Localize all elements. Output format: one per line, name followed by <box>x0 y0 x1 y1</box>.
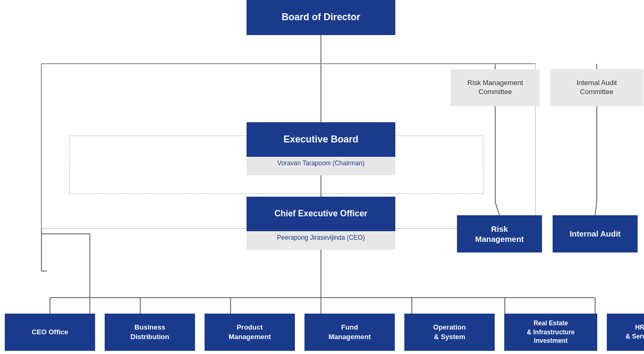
risk-mgmt-box: RiskManagement <box>457 215 542 252</box>
board-of-director-box: Board of Director <box>247 0 395 35</box>
business-distribution-box: BusinessDistribution <box>105 314 195 351</box>
ceo-sublabel: Peerapong Jirasevijinda (CEO) <box>247 231 395 250</box>
svg-line-21 <box>495 202 499 215</box>
internal-audit-committee-label: Internal AuditCommittee <box>577 79 617 97</box>
svg-line-19 <box>595 202 597 215</box>
product-management-label: ProductManagement <box>228 323 270 342</box>
internal-audit-label: Internal Audit <box>570 229 621 239</box>
bottom-row: CEO Office BusinessDistribution ProductM… <box>5 314 644 351</box>
operation-system-box: Operation& System <box>404 314 495 351</box>
hr-strategy-box: HR Strategy& Service Support <box>607 314 644 351</box>
ceo-label: Chief Executive Officer <box>247 197 395 231</box>
connector-lines <box>0 0 644 354</box>
business-distribution-label: BusinessDistribution <box>131 323 170 342</box>
internal-audit-box: Internal Audit <box>553 215 638 252</box>
ceo-office-box: CEO Office <box>5 314 95 351</box>
hr-strategy-label: HR Strategy& Service Support <box>625 323 644 341</box>
risk-mgmt-committee-box: Risk ManagementCommittee <box>451 69 540 106</box>
board-of-director-label: Board of Director <box>247 0 395 35</box>
internal-audit-committee-box: Internal AuditCommittee <box>550 69 643 106</box>
risk-mgmt-committee-label: Risk ManagementCommittee <box>468 79 523 97</box>
product-management-box: ProductManagement <box>205 314 295 351</box>
org-chart: Board of Director Risk ManagementCommitt… <box>0 0 644 354</box>
real-estate-label: Real Estate& InfrastructureInvestment <box>527 319 574 345</box>
operation-system-label: Operation& System <box>433 323 465 342</box>
real-estate-box: Real Estate& InfrastructureInvestment <box>504 314 597 351</box>
fund-management-label: FundManagement <box>328 323 370 342</box>
ceo-office-label: CEO Office <box>32 327 69 337</box>
executive-board-card: Executive Board Voravan Tarapoom (Chairm… <box>247 122 395 175</box>
ceo-card: Chief Executive Officer Peerapong Jirase… <box>247 197 395 250</box>
executive-board-label: Executive Board <box>247 122 395 157</box>
risk-mgmt-label: RiskManagement <box>475 224 524 245</box>
executive-board-sublabel: Voravan Tarapoom (Chairman) <box>247 157 395 175</box>
fund-management-box: FundManagement <box>304 314 395 351</box>
